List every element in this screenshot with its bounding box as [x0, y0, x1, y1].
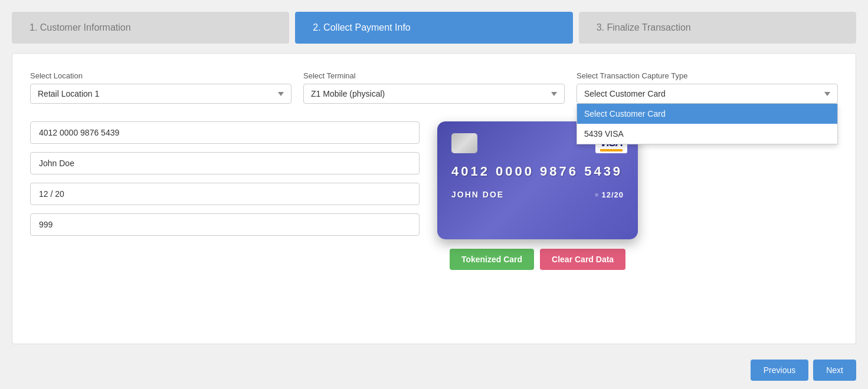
- terminal-group: Select Terminal Z1 Mobile (physical) Z2 …: [303, 71, 565, 104]
- visa-stripe-bottom: [600, 149, 623, 151]
- main-content: Select Location Retail Location 1 Retail…: [12, 53, 856, 344]
- step-1-label: 1. Customer Information: [30, 22, 131, 32]
- next-button[interactable]: Next: [813, 360, 856, 381]
- capture-type-dropdown: Select Customer Card 5439 VISA: [577, 104, 838, 144]
- step-3[interactable]: 3. Finalize Transaction: [579, 12, 856, 44]
- card-preview-expiry: ≡ 12/20: [595, 190, 624, 199]
- nav-footer: Previous Next: [0, 354, 868, 389]
- step-1[interactable]: 1. Customer Information: [12, 12, 289, 44]
- card-buttons: Tokenized Card Clear Card Data: [450, 249, 625, 270]
- card-preview-number: 4012 0000 9876 5439: [451, 164, 624, 179]
- capture-type-group: Select Transaction Capture Type Select C…: [577, 71, 838, 104]
- dropdown-item-select-customer-card[interactable]: Select Customer Card: [577, 104, 837, 124]
- step-2[interactable]: 2. Collect Payment Info: [295, 12, 572, 44]
- capture-type-label: Select Transaction Capture Type: [577, 71, 838, 80]
- capture-type-select[interactable]: Select Customer Card 5439 VISA: [577, 84, 838, 104]
- cvv-input[interactable]: [30, 213, 420, 236]
- card-number-input[interactable]: [30, 121, 420, 144]
- card-footer: JOHN DOE ≡ 12/20: [451, 190, 624, 199]
- clear-card-data-button[interactable]: Clear Card Data: [540, 249, 625, 270]
- terminal-select[interactable]: Z1 Mobile (physical) Z2 Terminal: [303, 84, 565, 104]
- select-row: Select Location Retail Location 1 Retail…: [30, 71, 838, 104]
- terminal-label: Select Terminal: [303, 71, 565, 80]
- location-select[interactable]: Retail Location 1 Retail Location 2: [30, 84, 291, 104]
- card-chip: [451, 133, 477, 153]
- step-3-label: 3. Finalize Transaction: [597, 22, 691, 32]
- card-preview-name: JOHN DOE: [451, 190, 504, 199]
- expiry-input[interactable]: [30, 183, 420, 205]
- location-label: Select Location: [30, 71, 291, 80]
- card-expiry-container: ≡ 12/20: [595, 190, 624, 199]
- cardholder-name-input[interactable]: [30, 152, 420, 174]
- previous-button[interactable]: Previous: [751, 360, 808, 381]
- form-fields: [30, 121, 420, 270]
- step-2-label: 2. Collect Payment Info: [313, 22, 410, 32]
- expiry-icon: ≡: [595, 192, 600, 198]
- location-group: Select Location Retail Location 1 Retail…: [30, 71, 291, 104]
- stepper: 1. Customer Information 2. Collect Payme…: [0, 0, 868, 44]
- tokenized-card-button[interactable]: Tokenized Card: [450, 249, 534, 270]
- dropdown-item-5439-visa[interactable]: 5439 VISA: [577, 124, 837, 144]
